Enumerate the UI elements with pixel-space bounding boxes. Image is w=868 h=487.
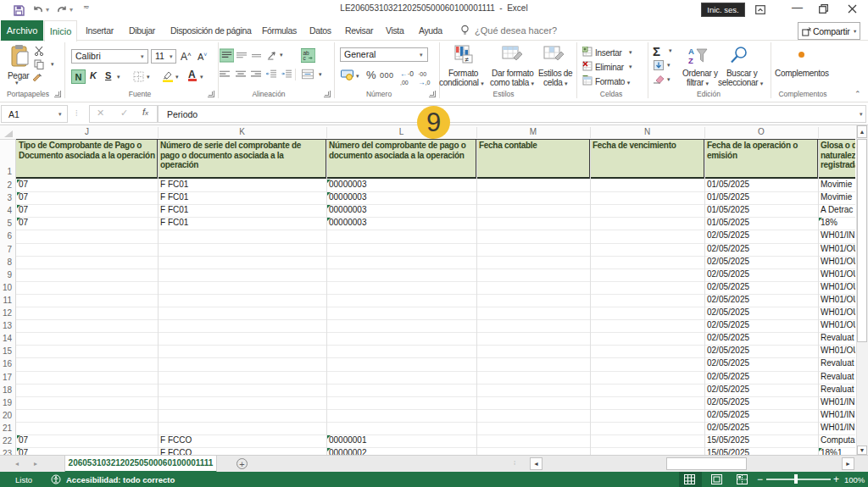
svg-text:Z: Z	[688, 56, 693, 65]
svg-text:≠: ≠	[465, 56, 470, 64]
svg-text:A: A	[688, 47, 694, 56]
